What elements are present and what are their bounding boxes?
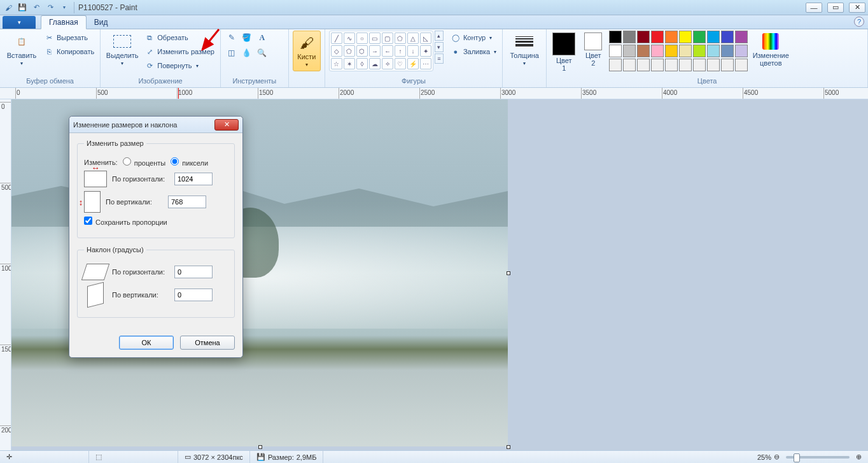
cancel-button[interactable]: Отмена — [180, 336, 235, 350]
color-swatch[interactable] — [679, 31, 692, 43]
tab-home[interactable]: Главная — [41, 15, 87, 29]
color-swatch[interactable] — [637, 31, 650, 43]
shape-callout1[interactable]: ◊ — [356, 58, 368, 69]
shape-roundrect[interactable]: ▢ — [382, 32, 393, 44]
shape-gallery[interactable]: ╱ ∿ ○ ▭ ▢ ⬠ △ ◺ ◇ ⬠ ⬡ → ← ↑ ↓ ✦ ☆ — [329, 31, 433, 71]
shape-outline-button[interactable]: ◯Контур▾ — [449, 31, 498, 45]
resize-button[interactable]: ⤢Изменить размер — [143, 45, 216, 59]
pencil-tool[interactable]: ✎ — [225, 31, 239, 45]
shape-oval[interactable]: ○ — [356, 32, 368, 44]
resize-handle-corner[interactable] — [507, 445, 510, 449]
shape-diamond[interactable]: ◇ — [331, 45, 342, 57]
qat-dropdown-icon[interactable]: ▾ — [59, 2, 70, 13]
color-swatch[interactable] — [609, 31, 622, 43]
shape-gallery-expand[interactable]: ≡ — [435, 53, 444, 64]
text-tool[interactable]: A — [255, 31, 269, 45]
zoom-slider[interactable] — [786, 456, 850, 459]
skew-h-input[interactable] — [174, 266, 213, 278]
radio-percent[interactable]: проценты — [123, 157, 166, 167]
zoom-in-button[interactable]: ⊕ — [856, 453, 862, 461]
edit-colors-button[interactable]: Изменение цветов — [750, 31, 791, 68]
color-swatch[interactable] — [693, 59, 706, 71]
shape-arrowl[interactable]: ← — [382, 45, 393, 57]
file-menu-button[interactable]: ▾ — [3, 16, 36, 29]
close-button[interactable]: ✕ — [849, 3, 865, 13]
shape-scroll-down[interactable]: ▾ — [435, 42, 444, 52]
color-swatch[interactable] — [735, 59, 748, 71]
save-icon[interactable]: 💾 — [17, 2, 28, 13]
radio-pixels[interactable]: пиксели — [171, 157, 208, 167]
resize-handle-right[interactable] — [507, 271, 510, 275]
color-swatch[interactable] — [679, 45, 692, 57]
eraser-tool[interactable]: ◫ — [225, 46, 239, 60]
shape-fill-button[interactable]: ●Заливка▾ — [449, 45, 498, 59]
copy-button[interactable]: ⎘Копировать — [42, 45, 96, 59]
resize-handle-bottom[interactable] — [258, 445, 262, 449]
rotate-button[interactable]: ⟳Повернуть▾ — [143, 59, 216, 73]
color-swatch[interactable] — [665, 59, 678, 71]
maximize-button[interactable]: ▭ — [827, 3, 844, 13]
color-swatch[interactable] — [665, 45, 678, 57]
color-swatch[interactable] — [721, 31, 734, 43]
shape-callout3[interactable]: ✧ — [382, 58, 393, 69]
zoom-out-button[interactable]: ⊖ — [774, 453, 780, 461]
fill-tool[interactable]: 🪣 — [240, 31, 254, 45]
cut-button[interactable]: ✂Вырезать — [42, 31, 96, 45]
shape-star6[interactable]: ✶ — [344, 58, 355, 69]
color-swatch[interactable] — [623, 45, 636, 57]
color-swatch[interactable] — [707, 59, 720, 71]
shape-arrowr[interactable]: → — [369, 45, 381, 57]
keep-ratio-checkbox[interactable]: Сохранить пропорции — [84, 217, 167, 226]
color-swatch[interactable] — [707, 31, 720, 43]
color-swatch[interactable] — [637, 59, 650, 71]
shape-heart[interactable]: ♡ — [395, 58, 406, 69]
undo-icon[interactable]: ↶ — [31, 2, 42, 13]
color-swatch[interactable] — [679, 59, 692, 71]
select-button[interactable]: Выделить ▾ — [104, 31, 140, 67]
color-swatch[interactable] — [721, 45, 734, 57]
color-swatch[interactable] — [609, 45, 622, 57]
shape-pentagon[interactable]: ⬠ — [344, 45, 355, 57]
ok-button[interactable]: ОК — [119, 336, 174, 350]
color-swatch[interactable] — [637, 45, 650, 57]
color-swatch[interactable] — [651, 59, 664, 71]
color-swatch[interactable] — [651, 31, 664, 43]
shape-line[interactable]: ╱ — [331, 32, 342, 44]
tab-view[interactable]: Вид — [87, 16, 116, 29]
shape-arrowu[interactable]: ↑ — [395, 45, 406, 57]
color-swatch[interactable] — [735, 45, 748, 57]
color2-button[interactable]: Цвет 2 — [580, 31, 606, 68]
color-swatch[interactable] — [609, 59, 622, 71]
shape-callout2[interactable]: ☁ — [369, 58, 381, 69]
color-swatch[interactable] — [693, 31, 706, 43]
shape-star5[interactable]: ☆ — [331, 58, 342, 69]
color-swatch[interactable] — [651, 45, 664, 57]
stroke-size-button[interactable]: Толщина ▾ — [507, 31, 542, 67]
skew-v-input[interactable] — [174, 288, 213, 301]
shape-curve[interactable]: ∿ — [344, 32, 355, 44]
shape-more[interactable]: ⋯ — [420, 58, 431, 69]
shape-lightning[interactable]: ⚡ — [407, 58, 419, 69]
color-swatch[interactable] — [735, 31, 748, 43]
shape-star4[interactable]: ✦ — [420, 45, 431, 57]
dialog-titlebar[interactable]: Изменение размеров и наклона ✕ — [69, 117, 242, 133]
minimize-button[interactable]: — — [806, 3, 822, 13]
color-swatch[interactable] — [665, 31, 678, 43]
shape-triangle[interactable]: △ — [407, 32, 419, 44]
shape-rect[interactable]: ▭ — [369, 32, 381, 44]
color-swatch[interactable] — [707, 45, 720, 57]
color-swatch[interactable] — [693, 45, 706, 57]
help-icon[interactable]: ? — [854, 17, 864, 27]
redo-icon[interactable]: ↷ — [45, 2, 56, 13]
brushes-button[interactable]: 🖌 Кисти ▾ — [293, 31, 321, 71]
picker-tool[interactable]: 💧 — [240, 46, 254, 60]
horizontal-input[interactable] — [174, 173, 213, 185]
color-swatch[interactable] — [623, 59, 636, 71]
crop-button[interactable]: ⧉Обрезать — [143, 31, 216, 45]
shape-hexagon[interactable]: ⬡ — [356, 45, 368, 57]
magnifier-tool[interactable]: 🔍 — [255, 46, 269, 60]
color-swatch[interactable] — [721, 59, 734, 71]
shape-arrowd[interactable]: ↓ — [407, 45, 419, 57]
color1-button[interactable]: Цвет 1 — [550, 31, 577, 73]
vertical-input[interactable] — [168, 196, 206, 208]
